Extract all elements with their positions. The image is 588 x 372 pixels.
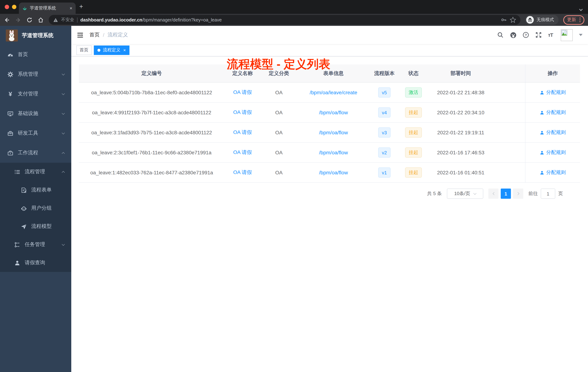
next-page-button[interactable] [513, 188, 523, 199]
pagination-total: 共 5 条 [427, 190, 442, 197]
fullscreen-icon[interactable] [535, 32, 542, 38]
sidebar-item-label: 研发工具 [18, 130, 38, 136]
definition-name-link[interactable]: OA 请假 [233, 129, 252, 136]
menu-dots-icon[interactable] [579, 18, 580, 22]
definition-id: oa_leave:5:004b710b-7b8a-11ec-8ef0-acde4… [79, 89, 224, 95]
definition-id: oa_leave:2:3c1f0ef1-76b1-11ec-9c66-a2380… [79, 150, 224, 155]
chevron-down-icon [62, 131, 65, 134]
tag-process-definition[interactable]: 流程定义 × [94, 45, 129, 55]
app-logo-avatar [6, 29, 18, 41]
avatar[interactable] [561, 29, 573, 41]
sidebar: 芋道管理系统 首页 系统管理 ¥ 支付管理 [0, 26, 71, 372]
tag-close-icon[interactable]: × [123, 47, 126, 53]
assign-rule-button[interactable]: 分配规则 [540, 149, 566, 156]
sidebar-item-label: 流程表单 [31, 187, 52, 193]
breadcrumb-home[interactable]: 首页 [89, 32, 100, 38]
toolbox-icon [7, 130, 13, 136]
definition-category: OA [261, 109, 297, 115]
assign-rule-button[interactable]: 分配规则 [540, 169, 566, 176]
help-icon[interactable]: ? [523, 32, 529, 38]
col-header-id: 定义编号 [79, 70, 224, 77]
tag-label: 首页 [80, 47, 88, 53]
sidebar-item-devtools[interactable]: 研发工具 [0, 123, 71, 143]
chevron-down-icon [62, 243, 65, 246]
sidebar-item-process-form[interactable]: 流程表单 [0, 181, 71, 199]
assign-rule-button[interactable]: 分配规则 [540, 109, 566, 116]
definition-name-link[interactable]: OA 请假 [233, 169, 252, 176]
sidebar-item-workflow[interactable]: 工作流程 [0, 143, 71, 163]
search-icon[interactable] [497, 32, 504, 38]
browser-toolbar: 不安全 dashboard.yudao.iocoder.cn/bpm/manag… [0, 14, 588, 26]
window-minimize-button[interactable] [12, 5, 16, 9]
tab-title: 芋道管理系统 [30, 5, 67, 11]
navbar: 首页 / 流程定义 ? т [71, 26, 588, 44]
url-text[interactable]: dashboard.yudao.iocoder.cn/bpm/manager/d… [80, 17, 498, 22]
definition-name-link[interactable]: OA 请假 [233, 109, 252, 116]
forward-icon[interactable] [15, 17, 21, 23]
sidebar-item-process-model[interactable]: 流程模型 [0, 217, 71, 236]
form-link[interactable]: /bpm/oa/flow [319, 109, 348, 115]
window-close-button[interactable] [5, 5, 9, 9]
font-size-icon[interactable]: тT [548, 32, 555, 38]
goto-page-input[interactable] [541, 188, 555, 199]
bookmark-star-icon[interactable] [510, 17, 516, 23]
incognito-badge: 无痕模式 [525, 15, 558, 25]
col-header-actions: 操作 [525, 65, 580, 82]
security-label[interactable]: 不安全 [61, 17, 74, 23]
browser-tab[interactable]: 芋道管理系统 × [19, 2, 76, 14]
reload-icon[interactable] [26, 17, 33, 23]
status-badge: 挂起 [405, 127, 422, 138]
version-badge: v1 [378, 167, 390, 178]
page-unit-label: 页 [558, 190, 563, 197]
definition-name-link[interactable]: OA 请假 [233, 89, 252, 96]
definition-category: OA [261, 130, 297, 135]
form-link[interactable]: /bpm/oa/flow [319, 170, 348, 175]
definition-name-link[interactable]: OA 请假 [233, 149, 252, 156]
sidebar-item-system[interactable]: 系统管理 [0, 65, 71, 84]
password-key-icon[interactable] [501, 17, 507, 23]
back-icon[interactable] [4, 17, 10, 23]
avatar-caret-icon[interactable] [579, 34, 583, 36]
tab-close-icon[interactable]: × [70, 5, 72, 11]
github-icon[interactable] [510, 32, 516, 38]
sidebar-item-leave-query[interactable]: 请假查询 [0, 254, 71, 272]
deploy-time: 2022-01-16 01:40:51 [428, 170, 494, 175]
deploy-time: 2022-01-22 21:48:38 [428, 89, 494, 95]
annotation-title: 流程模型 - 定义列表 [227, 56, 330, 72]
sidebar-item-process-management[interactable]: 流程管理 [0, 163, 71, 181]
sidebar-item-infrastructure[interactable]: 基础设施 [0, 104, 71, 123]
form-link[interactable]: /bpm/oa/leave/create [310, 89, 357, 95]
address-bar[interactable]: 不安全 dashboard.yudao.iocoder.cn/bpm/manag… [49, 15, 520, 25]
person-icon [14, 260, 20, 266]
page-content: 定义编号 定义名称 定义分类 表单信息 流程版本 状态 部署时间 操作 oa_l… [71, 56, 588, 372]
sidebar-logo-row[interactable]: 芋道管理系统 [0, 26, 71, 45]
tab-search-icon[interactable] [580, 5, 582, 12]
chevron-down-icon [62, 92, 65, 95]
navbar-actions: ? тT [497, 29, 583, 41]
sidebar-item-user-group[interactable]: 用户分组 [0, 199, 71, 217]
assign-rule-button[interactable]: 分配规则 [540, 129, 566, 136]
new-tab-button[interactable]: + [79, 3, 83, 10]
sidebar-item-task-management[interactable]: 任务管理 [0, 236, 71, 254]
incognito-label: 无痕模式 [536, 17, 554, 23]
prev-page-button[interactable] [488, 188, 499, 199]
sidebar-item-label: 支付管理 [18, 91, 38, 97]
page-number-button[interactable]: 1 [501, 188, 511, 199]
goto-page: 前往 页 [528, 188, 563, 199]
sidebar-item-payment[interactable]: ¥ 支付管理 [0, 84, 71, 104]
browser-tab-strip: 芋道管理系统 × + [0, 0, 588, 14]
gear-icon [7, 71, 13, 77]
home-icon[interactable] [37, 17, 44, 23]
assign-rule-button[interactable]: 分配规则 [540, 89, 566, 96]
sidebar-toggle-icon[interactable] [77, 32, 84, 38]
chevron-down-icon [62, 72, 65, 75]
browser-update-button[interactable]: 更新 [563, 15, 584, 25]
tag-home[interactable]: 首页 [76, 45, 92, 55]
status-badge: 挂起 [405, 107, 422, 118]
not-secure-warning-icon [53, 17, 58, 22]
page-size-select[interactable]: 10条/页 [447, 188, 483, 199]
tree-icon [14, 241, 20, 248]
form-link[interactable]: /bpm/oa/flow [319, 130, 348, 135]
sidebar-item-home[interactable]: 首页 [0, 45, 71, 65]
form-link[interactable]: /bpm/oa/flow [319, 150, 348, 155]
